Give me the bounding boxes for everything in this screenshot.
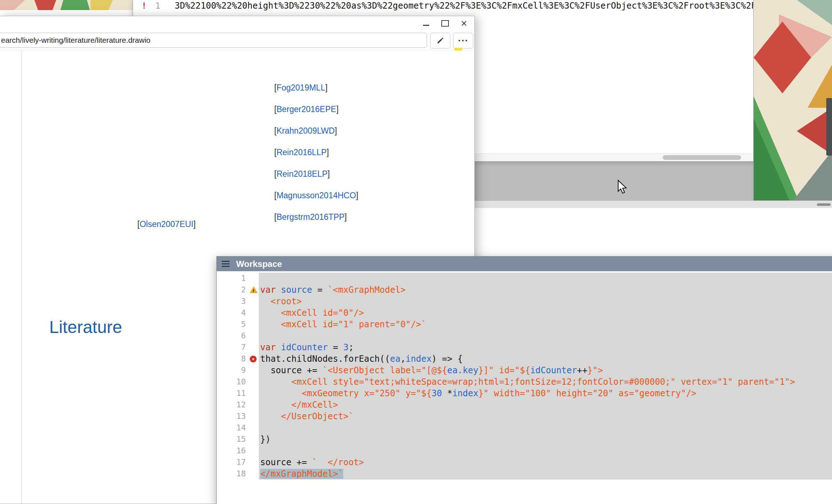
code-text: 3D%22100%22%20height%3D%2230%22%20as%3D%… [175, 0, 753, 11]
code-line-text [259, 330, 832, 342]
citation-link[interactable]: [Krahn2009LWD] [274, 126, 337, 135]
code-line[interactable]: 11 <mxGeometry x="250" y="${30 *index}" … [217, 388, 832, 399]
hamburger-icon[interactable] [222, 261, 230, 267]
code-line[interactable]: ! 1 3D%22100%22%20height%3D%2230%22%20as… [133, 0, 753, 11]
workspace-editor[interactable]: 12!var source = `<mxGraphModel>3 <root>4… [217, 271, 832, 504]
code-line-text: }) [259, 434, 832, 445]
line-number: 14 [217, 422, 259, 434]
code-line[interactable]: 2!var source = `<mxGraphModel> [217, 284, 832, 296]
list-item: [Magnusson2014HCO] [274, 191, 358, 200]
code-line[interactable]: 16 [217, 445, 832, 457]
desktop-wallpaper [0, 0, 133, 10]
floating-citation: [Olsen2007EUI] [137, 220, 196, 228]
content-divider [21, 51, 22, 504]
code-line[interactable]: 18</mxGraphModel>` [217, 468, 832, 480]
code-line[interactable]: 13 </UserObject>` [217, 411, 832, 422]
desktop-wallpaper [754, 0, 832, 200]
close-icon: × [461, 18, 467, 29]
code-line-text: var source = `<mxGraphModel> [259, 284, 832, 296]
workspace-titlebar[interactable]: Workspace [217, 256, 832, 271]
code-line-text: source += ` </root> [259, 457, 832, 468]
code-line[interactable]: 3 <root> [217, 296, 832, 307]
line-number: 9 [217, 365, 259, 376]
citation-link[interactable]: [Rein2018ELP] [274, 169, 330, 179]
citations-column: [Fog2019MLL][Berger2016EPE][Krahn2009LWD… [274, 84, 358, 235]
code-line[interactable]: 7var idCounter = 3; [217, 342, 832, 353]
line-number: 2! [217, 284, 259, 296]
scrollbar-thumb[interactable] [663, 155, 741, 160]
code-line[interactable]: 8×that.childNodes.forEach((ea,index) => … [217, 353, 832, 365]
citation-link[interactable]: [Bergstrm2016TPP] [274, 212, 347, 222]
workspace-title: Workspace [236, 259, 282, 269]
line-number: 15 [217, 434, 259, 445]
window-maximize-button[interactable] [438, 18, 452, 29]
address-input[interactable] [0, 33, 427, 48]
window-close-button[interactable]: × [457, 18, 471, 29]
line-number: 4 [217, 307, 259, 319]
citation-link[interactable]: [Magnusson2014HCO] [274, 191, 358, 200]
line-number: 18 [217, 468, 259, 480]
citation-link[interactable]: [Rein2016LLP] [274, 148, 329, 157]
code-line-text: <mxGeometry x="250" y="${30 *index}" wid… [259, 388, 832, 399]
list-item: [Rein2016LLP] [274, 148, 358, 157]
pencil-icon [436, 36, 445, 45]
code-line-text: </UserObject>` [259, 411, 832, 422]
list-item: [Bergstrm2016TPP] [274, 213, 358, 221]
line-number: 7 [217, 342, 259, 353]
list-item: [Fog2019MLL] [274, 84, 358, 92]
citation-link[interactable]: [Berger2016EPE] [274, 105, 339, 114]
code-line-text: <mxCell id="0"/> [259, 307, 832, 319]
citation-link[interactable]: [Fog2019MLL] [274, 83, 327, 92]
line-number: 13 [217, 411, 259, 422]
code-line-text: <mxCell id="1" parent="0"/>` [259, 319, 832, 330]
list-item: [Berger2016EPE] [274, 105, 358, 114]
line-number: 8× [217, 353, 259, 365]
code-line-text [259, 273, 832, 284]
scrollbar-dash[interactable] [817, 203, 831, 206]
more-button[interactable]: ··· [453, 33, 473, 48]
mouse-cursor [617, 180, 630, 194]
window-minimize-button[interactable] [419, 18, 433, 29]
edit-button[interactable] [430, 33, 450, 48]
line-number: 16 [217, 445, 259, 457]
code-line-text: <mxCell style="text;whiteSpace=wrap;html… [259, 376, 832, 388]
page-title: Literature [49, 317, 122, 337]
line-number: 11 [217, 388, 259, 399]
code-line[interactable]: 12 </mxCell> [217, 399, 832, 411]
code-line-text: var idCounter = 3; [259, 342, 832, 353]
citation-link[interactable]: [Olsen2007EUI] [137, 219, 196, 229]
code-line[interactable]: 1 [217, 273, 832, 284]
line-number: 12 [217, 399, 259, 411]
line-number: 1 [155, 0, 160, 11]
code-line-text: source += `<UserObject label="[@${ea.key… [259, 365, 832, 376]
maximize-icon [441, 20, 449, 27]
line-number: 3 [217, 296, 259, 307]
code-line-text: </mxGraphModel>` [259, 468, 832, 480]
workspace-window: Workspace 12!var source = `<mxGraphModel… [216, 256, 832, 504]
window-titlebar[interactable]: × [0, 16, 474, 31]
scrollbar-thumb[interactable] [826, 98, 832, 156]
code-line[interactable]: 15}) [217, 434, 832, 445]
code-line[interactable]: 14 [217, 422, 832, 434]
code-line[interactable]: 10 <mxCell style="text;whiteSpace=wrap;h… [217, 376, 832, 388]
code-line-text [259, 445, 832, 457]
collapsed-window-bar [475, 200, 832, 208]
code-line-text [259, 422, 832, 434]
line-number: 6 [217, 330, 259, 342]
code-line[interactable]: 6 [217, 330, 832, 342]
line-number: 17 [217, 457, 259, 468]
list-item: [Rein2018ELP] [274, 170, 358, 178]
window-body-gray [475, 162, 754, 200]
warning-icon: ! [250, 286, 258, 293]
browser-toolbar: ··· [0, 31, 474, 50]
code-line[interactable]: 9 source += `<UserObject label="[@${ea.k… [217, 365, 832, 376]
code-line[interactable]: 17source += ` </root> [217, 457, 832, 468]
error-icon: × [250, 356, 257, 362]
code-line[interactable]: 5 <mxCell id="1" parent="0"/>` [217, 319, 832, 330]
line-number: 1 [217, 273, 259, 284]
code-line-text: </mxCell> [259, 399, 832, 411]
line-number: 5 [217, 319, 259, 330]
code-line[interactable]: 4 <mxCell id="0"/> [217, 307, 832, 319]
line-number: 10 [217, 376, 259, 388]
error-marker-icon: ! [142, 0, 147, 11]
